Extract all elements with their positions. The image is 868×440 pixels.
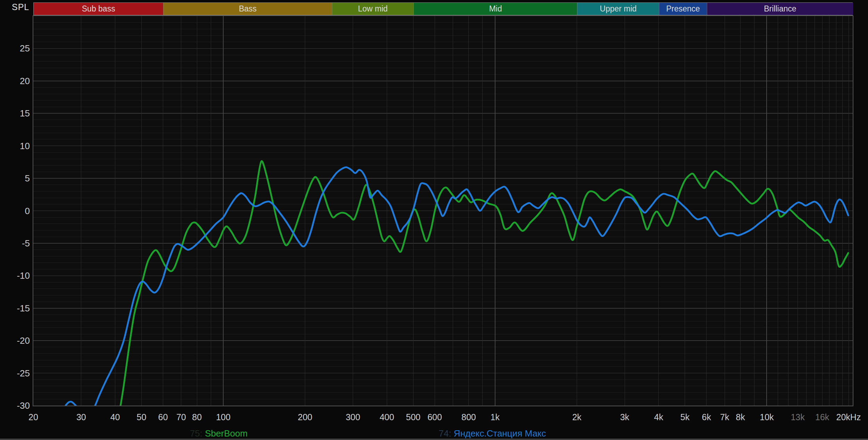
x-tick-20: 20 xyxy=(28,412,38,422)
x-tick-30: 30 xyxy=(76,412,86,422)
band-upper-mid: Upper mid xyxy=(577,3,659,15)
y-tick--10: -10 xyxy=(0,270,30,281)
legend-yandex-prefix: 74: xyxy=(439,428,453,439)
x-tick-10k: 10k xyxy=(760,412,774,422)
x-tick-200: 200 xyxy=(298,412,312,422)
x-tick-400: 400 xyxy=(379,412,394,422)
x-tick-3k: 3k xyxy=(620,412,629,422)
plot-area xyxy=(33,15,853,406)
x-tick-4k: 4k xyxy=(654,412,663,422)
legend-sberboom-label: SberBoom xyxy=(205,428,248,439)
x-tick-16k: 16k xyxy=(815,412,829,422)
frequency-response-chart: SPL Sub bassBassLow midMidUpper midPrese… xyxy=(0,0,868,440)
y-tick--5: -5 xyxy=(0,238,30,249)
frequency-band-bar: Sub bassBassLow midMidUpper midPresenceB… xyxy=(33,2,853,15)
plot-svg xyxy=(33,16,853,406)
x-tick-300: 300 xyxy=(346,412,360,422)
y-tick-0: 0 xyxy=(0,206,30,217)
x-tick-80: 80 xyxy=(192,412,202,422)
x-tick-40: 40 xyxy=(110,412,120,422)
x-tick-13k: 13k xyxy=(791,412,804,422)
y-tick-10: 10 xyxy=(0,141,30,152)
y-tick-15: 15 xyxy=(0,108,30,119)
legend-yandex-label: Яндекс.Станция Макс xyxy=(454,428,546,439)
y-tick-5: 5 xyxy=(0,173,30,184)
band-brilliance: Brilliance xyxy=(707,3,853,15)
y-tick--15: -15 xyxy=(0,303,30,314)
y-tick--30: -30 xyxy=(0,400,30,411)
x-tick-20kHz: 20kHz xyxy=(836,412,861,422)
x-tick-8k: 8k xyxy=(736,412,745,422)
yandex-station-max-curve xyxy=(60,167,848,406)
x-tick-70: 70 xyxy=(176,412,186,422)
x-tick-7k: 7k xyxy=(720,412,729,422)
y-tick--25: -25 xyxy=(0,368,30,379)
band-sub-bass: Sub bass xyxy=(34,3,163,15)
x-tick-1k: 1k xyxy=(491,412,500,422)
legend-sberboom: 75: SberBoom xyxy=(190,428,248,439)
x-tick-6k: 6k xyxy=(702,412,711,422)
x-tick-50: 50 xyxy=(137,412,147,422)
x-tick-100: 100 xyxy=(216,412,231,422)
y-tick-25: 25 xyxy=(0,43,30,54)
x-tick-60: 60 xyxy=(158,412,168,422)
legend-sberboom-prefix: 75: xyxy=(190,428,205,439)
band-presence: Presence xyxy=(659,3,707,15)
x-tick-800: 800 xyxy=(461,412,476,422)
y-axis-title: SPL xyxy=(12,2,29,12)
y-tick--20: -20 xyxy=(0,335,30,346)
x-tick-2k: 2k xyxy=(572,412,581,422)
x-tick-500: 500 xyxy=(406,412,420,422)
band-low-mid: Low mid xyxy=(332,3,414,15)
band-bass: Bass xyxy=(163,3,332,15)
x-tick-600: 600 xyxy=(427,412,442,422)
window-bottom-edge xyxy=(0,439,868,440)
band-mid: Mid xyxy=(414,3,577,15)
y-tick-20: 20 xyxy=(0,76,30,87)
legend-yandex-station-max: 74: Яндекс.Станция Макс xyxy=(439,428,546,439)
x-tick-5k: 5k xyxy=(681,412,690,422)
